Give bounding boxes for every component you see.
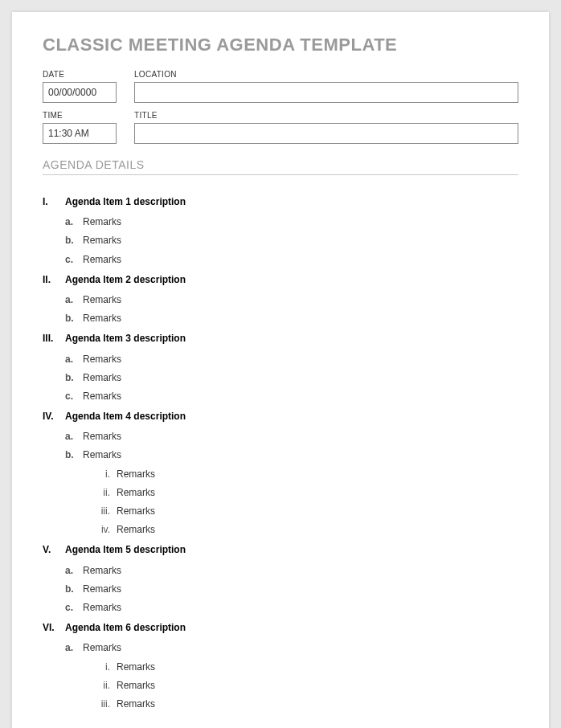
remark-text: Remarks (83, 429, 121, 444)
remark-label: a. (65, 215, 83, 230)
agenda-item-description: Agenda Item 1 description (65, 194, 186, 210)
agenda-item-description: Agenda Item 4 description (65, 409, 186, 424)
agenda-remark: c.Remarks (43, 600, 518, 616)
agenda-list: I.Agenda Item 1 descriptiona.Remarksb.Re… (43, 194, 518, 712)
agenda-remark: b.Remarks (43, 233, 518, 248)
location-input[interactable] (134, 82, 518, 103)
agenda-sub-remark: iii.Remarks (43, 504, 518, 519)
remark-text: Remarks (83, 370, 121, 386)
remark-text: Remarks (83, 311, 121, 326)
agenda-item-number: III. (43, 331, 65, 346)
agenda-item: IV.Agenda Item 4 descriptiona.Remarksb.R… (43, 409, 518, 538)
sub-remark-label: iii. (91, 504, 110, 519)
location-label: LOCATION (134, 70, 518, 79)
agenda-item-header: V.Agenda Item 5 description (43, 542, 518, 558)
sub-remark-text: Remarks (117, 660, 155, 675)
agenda-item: I.Agenda Item 1 descriptiona.Remarksb.Re… (43, 194, 518, 268)
agenda-item-number: V. (43, 542, 65, 558)
agenda-sub-remark: iv.Remarks (43, 522, 518, 538)
agenda-item-number: I. (43, 194, 65, 210)
agenda-remark: a.Remarks (43, 292, 518, 308)
sub-remark-text: Remarks (117, 678, 155, 693)
agenda-item-header: IV.Agenda Item 4 description (43, 409, 518, 424)
agenda-remark: b.Remarks (43, 448, 518, 463)
sub-remark-text: Remarks (117, 504, 155, 519)
sub-remark-text: Remarks (117, 697, 155, 712)
time-field: TIME (43, 111, 117, 144)
sub-remark-label: ii. (91, 485, 110, 501)
agenda-remark: b.Remarks (43, 311, 518, 326)
agenda-item: VI.Agenda Item 6 descriptiona.Remarksi.R… (43, 620, 518, 712)
agenda-item-description: Agenda Item 5 description (65, 542, 186, 558)
agenda-sub-remark: i.Remarks (43, 660, 518, 675)
remark-text: Remarks (83, 600, 121, 616)
sub-remark-label: i. (91, 660, 110, 675)
time-input[interactable] (43, 123, 117, 144)
agenda-remark: b.Remarks (43, 582, 518, 597)
remark-text: Remarks (83, 352, 121, 367)
remark-label: a. (65, 292, 83, 308)
remark-label: c. (65, 252, 83, 268)
agenda-item-header: II.Agenda Item 2 description (43, 272, 518, 288)
agenda-remark: a.Remarks (43, 563, 518, 579)
agenda-remark: a.Remarks (43, 429, 518, 444)
remark-text: Remarks (83, 252, 121, 268)
agenda-remark: a.Remarks (43, 640, 518, 656)
sub-remark-text: Remarks (117, 485, 155, 501)
remark-label: a. (65, 429, 83, 444)
remark-label: a. (65, 640, 83, 656)
page-title: CLASSIC MEETING AGENDA TEMPLATE (43, 35, 518, 55)
form-row-1: DATE LOCATION (43, 70, 518, 103)
date-field: DATE (43, 70, 117, 103)
location-field: LOCATION (134, 70, 518, 103)
agenda-item-description: Agenda Item 6 description (65, 620, 186, 636)
agenda-remark: b.Remarks (43, 370, 518, 386)
agenda-item-header: III.Agenda Item 3 description (43, 331, 518, 346)
remark-label: a. (65, 563, 83, 579)
remark-text: Remarks (83, 640, 121, 656)
section-heading: AGENDA DETAILS (43, 158, 518, 175)
remark-label: b. (65, 448, 83, 463)
time-label: TIME (43, 111, 117, 120)
agenda-item: V.Agenda Item 5 descriptiona.Remarksb.Re… (43, 542, 518, 616)
sub-remark-text: Remarks (117, 467, 155, 482)
remark-label: b. (65, 370, 83, 386)
sub-remark-label: iii. (91, 697, 110, 712)
agenda-sub-remark: iii.Remarks (43, 697, 518, 712)
agenda-item-description: Agenda Item 3 description (65, 331, 186, 346)
remark-label: c. (65, 600, 83, 616)
title-field: TITLE (134, 111, 518, 144)
agenda-item: II.Agenda Item 2 descriptiona.Remarksb.R… (43, 272, 518, 327)
remark-text: Remarks (83, 389, 121, 404)
form-row-2: TIME TITLE (43, 111, 518, 144)
sub-remark-text: Remarks (117, 522, 155, 538)
agenda-item-description: Agenda Item 2 description (65, 272, 186, 288)
remark-label: b. (65, 582, 83, 597)
document-page: CLASSIC MEETING AGENDA TEMPLATE DATE LOC… (12, 12, 549, 728)
agenda-item-header: VI.Agenda Item 6 description (43, 620, 518, 636)
remark-text: Remarks (83, 563, 121, 579)
agenda-item-number: IV. (43, 409, 65, 424)
agenda-sub-remark: ii.Remarks (43, 485, 518, 501)
date-label: DATE (43, 70, 117, 79)
agenda-sub-remark: i.Remarks (43, 467, 518, 482)
remark-text: Remarks (83, 215, 121, 230)
agenda-item: III.Agenda Item 3 descriptiona.Remarksb.… (43, 331, 518, 404)
agenda-item-number: VI. (43, 620, 65, 636)
remark-text: Remarks (83, 448, 121, 463)
agenda-item-header: I.Agenda Item 1 description (43, 194, 518, 210)
remark-label: b. (65, 311, 83, 326)
remark-text: Remarks (83, 582, 121, 597)
remark-label: a. (65, 352, 83, 367)
sub-remark-label: iv. (91, 522, 110, 538)
sub-remark-label: i. (91, 467, 110, 482)
agenda-item-number: II. (43, 272, 65, 288)
sub-remark-label: ii. (91, 678, 110, 693)
date-input[interactable] (43, 82, 117, 103)
remark-label: c. (65, 389, 83, 404)
title-input[interactable] (134, 123, 518, 144)
agenda-remark: a.Remarks (43, 215, 518, 230)
remark-label: b. (65, 233, 83, 248)
agenda-sub-remark: ii.Remarks (43, 678, 518, 693)
agenda-remark: c.Remarks (43, 389, 518, 404)
